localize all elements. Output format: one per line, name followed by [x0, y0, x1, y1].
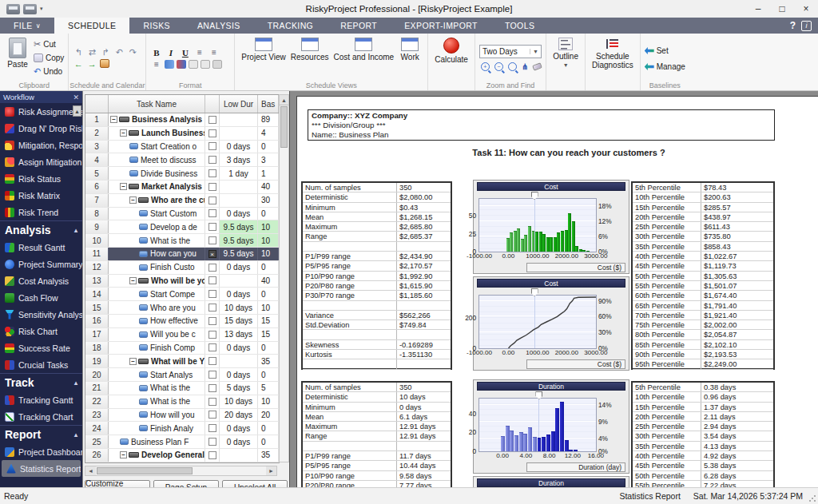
low-dur-cell[interactable] — [220, 194, 258, 207]
tab-risks[interactable]: RISKS — [129, 18, 184, 34]
bas-cell[interactable]: 35 — [258, 449, 279, 462]
task-row[interactable]: 26Develop General35 — [85, 449, 279, 462]
tab-export-import[interactable]: EXPORT-IMPORT — [391, 18, 491, 34]
calendar-icon[interactable] — [100, 59, 109, 68]
low-dur-cell[interactable]: 10 days — [220, 301, 258, 314]
scrollbar-thumb[interactable] — [280, 106, 288, 148]
report-select-cell[interactable] — [205, 355, 220, 367]
sidebar-item-risk-trend[interactable]: Risk Trend — [0, 204, 82, 220]
report-select-cell[interactable] — [205, 301, 220, 314]
report-select-cell[interactable] — [205, 342, 220, 355]
task-name-cell[interactable]: What will be Y — [109, 355, 205, 367]
collapse-icon[interactable] — [110, 116, 117, 123]
task-name-cell[interactable]: Start Analys — [109, 368, 205, 381]
undo-button[interactable]: ↶Undo — [34, 65, 64, 78]
zoom-in-icon[interactable]: + — [481, 62, 490, 71]
row-number[interactable]: 4 — [85, 153, 109, 166]
bas-cell[interactable]: 10 — [258, 234, 279, 247]
checkbox[interactable] — [208, 384, 216, 392]
low-dur-cell[interactable] — [220, 355, 258, 367]
low-dur-cell[interactable] — [220, 181, 258, 193]
task-name-cell[interactable]: Finish Analy — [109, 422, 205, 435]
low-dur-cell[interactable]: 0 days — [220, 342, 258, 355]
vertical-scrollbar[interactable]: ▲ — [279, 94, 289, 462]
indent-right-icon[interactable]: ↱ — [100, 47, 111, 57]
bas-cell[interactable]: 0 — [258, 288, 279, 300]
checkbox[interactable] — [208, 304, 216, 312]
sidebar-item-crucial-tasks[interactable]: Crucial Tasks — [0, 356, 82, 373]
report-select-cell[interactable] — [205, 248, 220, 260]
row-number[interactable]: 21 — [85, 382, 109, 395]
task-name-cell[interactable]: Develop General — [109, 449, 205, 462]
checkbox[interactable] — [208, 142, 216, 150]
bas-cell[interactable]: 0 — [258, 368, 279, 381]
bas-cell[interactable]: 35 — [258, 355, 279, 367]
row-number[interactable]: 19 — [85, 355, 109, 367]
bas-cell[interactable]: 10 — [258, 301, 279, 314]
section-report[interactable]: Report▴ — [0, 425, 82, 443]
checkbox[interactable] — [208, 183, 216, 191]
calculate-button[interactable]: Calculate — [432, 36, 471, 80]
checkbox[interactable] — [208, 116, 216, 124]
close-button[interactable]: × — [794, 0, 818, 18]
column-header-task-name[interactable]: Task Name — [109, 95, 205, 113]
duration-histogram-chart[interactable]: Duration4020014%9%4%0%0.004.008.0012.001… — [473, 379, 629, 474]
task-name-cell[interactable]: Start Compe — [109, 288, 205, 300]
checkbox[interactable] — [208, 236, 216, 244]
row-number[interactable]: 7 — [85, 194, 109, 207]
task-row[interactable]: 1Business Analysis89 — [85, 113, 279, 127]
bas-cell[interactable]: 4 — [258, 127, 279, 140]
next-period-icon[interactable]: → — [86, 59, 97, 69]
task-row[interactable]: 2Launch Business4 — [85, 127, 279, 141]
sidebar-item-tracking-chart[interactable]: Tracking Chart — [0, 408, 82, 425]
task-name-cell[interactable]: How will you — [109, 409, 205, 422]
checkbox[interactable] — [208, 209, 216, 217]
low-dur-cell[interactable]: 15 days — [220, 315, 258, 327]
low-dur-cell[interactable] — [220, 113, 258, 126]
bas-cell[interactable]: 10 — [258, 395, 279, 408]
checkbox[interactable] — [208, 398, 216, 406]
align-left-icon[interactable]: ≡ — [193, 48, 205, 58]
align-center-icon[interactable]: ≡ — [208, 48, 220, 58]
task-row[interactable]: 16How effective15 days15 — [85, 315, 279, 328]
report-select-cell[interactable] — [205, 220, 220, 233]
task-row[interactable]: 19What will be Y35 — [85, 355, 279, 368]
task-name-cell[interactable]: Business Analysis — [109, 113, 205, 126]
bas-cell[interactable]: 20 — [258, 409, 279, 422]
report-select-cell[interactable] — [205, 315, 220, 327]
scroll-left-icon[interactable]: ◄ — [85, 466, 96, 475]
collapse-icon[interactable] — [129, 358, 137, 365]
qat-caret-icon[interactable]: ▾ — [40, 6, 43, 12]
task-name-cell[interactable]: Meet to discuss — [109, 153, 205, 166]
cost-and-income-button[interactable]: Cost and Income — [332, 36, 397, 80]
bas-cell[interactable]: 10 — [258, 220, 279, 233]
task-row[interactable]: 9Develop a de9.5 days10 — [85, 220, 279, 234]
bas-cell[interactable]: 89 — [258, 113, 279, 126]
task-row[interactable]: 5Divide Business1 day1 — [85, 167, 279, 181]
row-number[interactable]: 12 — [85, 261, 109, 274]
report-select-cell[interactable] — [205, 234, 220, 247]
sidebar-item-risk-chart[interactable]: Risk Chart — [0, 323, 82, 339]
row-number[interactable]: 13 — [85, 275, 109, 288]
report-select-cell[interactable] — [205, 449, 220, 462]
row-number[interactable]: 11 — [85, 248, 109, 260]
task-row[interactable]: 20Start Analys0 days0 — [85, 368, 279, 382]
checkbox[interactable] — [208, 276, 216, 284]
project-view-button[interactable]: Project View — [239, 36, 288, 80]
resources-button[interactable]: Resources — [288, 36, 332, 80]
low-dur-cell[interactable]: 1 day — [220, 167, 258, 180]
checkbox[interactable] — [208, 438, 216, 446]
checkbox[interactable] — [208, 451, 216, 459]
sidebar-item-drag-n-drop-risk[interactable]: Drag N' Drop Risk — [0, 120, 82, 137]
task-name-cell[interactable]: How can you — [109, 248, 205, 260]
task-row[interactable]: 22What is the10 days10 — [85, 395, 279, 409]
info-icon[interactable]: i — [801, 21, 812, 31]
task-name-cell[interactable]: Start Custom — [109, 208, 205, 220]
row-number[interactable]: 25 — [85, 435, 109, 448]
checkbox-checked[interactable] — [208, 250, 216, 258]
cost-histogram-chart[interactable]: Cost5025018%12%6%0%-1000.000.001000.0020… — [473, 180, 629, 274]
report-select-cell[interactable] — [205, 153, 220, 166]
task-name-cell[interactable]: Launch Business — [109, 127, 205, 140]
bas-cell[interactable]: 3 — [258, 153, 279, 166]
low-dur-cell[interactable]: 0 days — [220, 208, 258, 220]
